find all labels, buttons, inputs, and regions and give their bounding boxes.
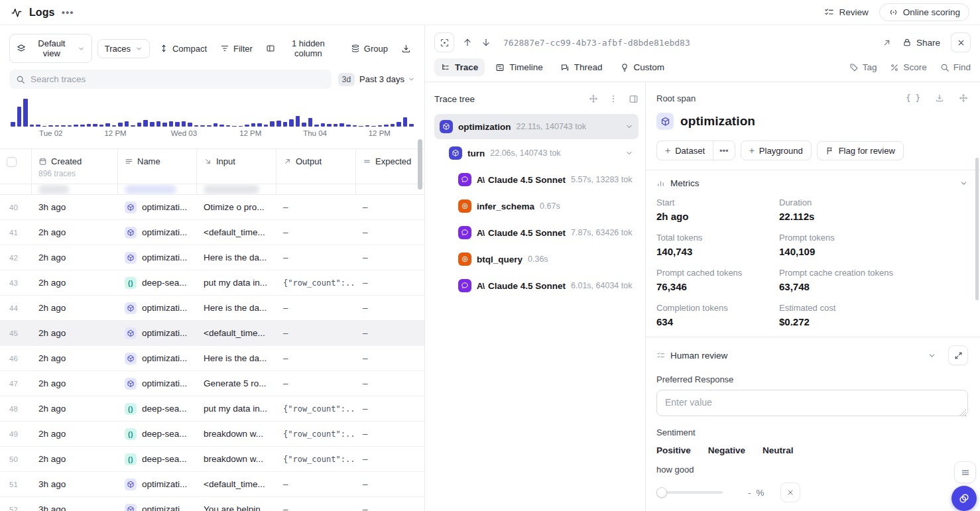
trace-tree-node[interactable]: infer_schema 0.67s [453,194,639,219]
histogram-bar [264,125,269,127]
table-row[interactable]: 42 2h ago optimizati... Here is the da..… [0,245,424,270]
view-selector[interactable]: Default view [9,34,92,63]
code-braces-icon[interactable]: { } [906,93,920,103]
metrics-section-header[interactable]: Metrics [656,178,968,188]
move-icon[interactable] [959,93,968,103]
share-button[interactable]: Share [902,38,940,48]
span-duration-tokens: 6.01s, 64034 tok [571,281,632,290]
chevron-down-icon[interactable] [625,149,633,157]
search-input[interactable] [31,74,325,84]
histogram-bar [384,125,389,127]
select-all-checkbox[interactable] [7,157,17,167]
trace-tree-node[interactable]: optimization 22.11s, 140743 tok [434,114,639,139]
sentiment-option[interactable]: Positive [656,445,691,455]
traces-selector[interactable]: Traces [97,39,150,58]
table-row[interactable]: 43 2h ago () deep-sea... put my data in.… [0,270,424,296]
sentiment-option[interactable]: Negative [708,445,745,455]
chevron-down-icon[interactable] [625,123,633,131]
previous-trace-button[interactable] [462,37,473,48]
column-header-expected[interactable]: Expected [356,149,424,184]
score-button[interactable]: Score [890,62,926,72]
table-row[interactable]: 48 2h ago () deep-sea... put my data in.… [0,396,424,422]
dataset-more-button[interactable]: ••• [713,141,735,160]
table-row[interactable]: 51 3h ago optimizati... <default_time...… [0,472,424,497]
tab-custom[interactable]: Custom [613,58,672,76]
side-menu-button[interactable] [954,461,976,483]
trace-tree-panel: Trace tree [425,82,645,511]
table-row[interactable]: 45 2h ago optimizati... <default_time...… [0,321,424,346]
histogram-bar [327,124,332,127]
row-number: 48 [0,405,32,413]
column-header-name[interactable]: Name [118,149,197,184]
find-button[interactable]: Find [940,62,971,72]
flag-for-review-button[interactable]: Flag for review [817,141,904,160]
column-header-output[interactable]: Output [276,149,356,184]
human-review-section-header[interactable]: Human review [656,345,968,365]
expected-cell: – [356,303,424,313]
open-in-playground-button[interactable]: + Playground [741,141,812,160]
histogram-bar [302,123,306,127]
review-button[interactable]: Review [824,7,868,17]
download-icon [401,44,411,54]
axis-tick-label: 12 PM [104,129,126,137]
preferred-response-input[interactable] [656,390,968,416]
how-good-slider[interactable] [656,487,723,498]
checklist-icon [824,7,834,17]
table-row[interactable]: 44 2h ago optimizati... Here is the da..… [0,296,424,321]
tree-icon [441,63,450,72]
table-row[interactable]: 47 2h ago optimizati... Generate 5 ro...… [0,371,424,396]
input-cell: breakdown w... [197,454,276,464]
group-button[interactable]: Group [347,40,392,58]
tab-timeline[interactable]: Timeline [489,58,550,76]
online-scoring-button[interactable]: Online scoring [879,3,969,21]
trace-tree-node[interactable]: turn 22.06s, 140743 tok [444,141,639,166]
sentiment-option[interactable]: Neutral [763,445,794,455]
table-row[interactable]: 40 3h ago optimizati... Otimize o pro...… [0,195,424,220]
trace-tree-node[interactable]: A\ Claude 4.5 Sonnet 7.87s, 63426 tok [453,220,639,245]
compact-toggle[interactable]: Compact [155,40,211,58]
table-row[interactable]: 50 2h ago () deep-sea... breakdown w... … [0,447,424,472]
filter-button[interactable]: Filter [216,40,257,58]
focus-span-button[interactable] [434,32,454,52]
table-scrollbar[interactable] [418,139,422,190]
trace-tree-node[interactable]: btql_query 0.36s [453,247,639,272]
tab-trace[interactable]: Trace [434,58,485,76]
page-menu-button[interactable]: ••• [62,7,74,18]
next-trace-button[interactable] [481,37,491,48]
trace-tree-node[interactable]: A\ Claude 4.5 Sonnet 6.01s, 64034 tok [453,273,639,298]
created-cell: 2h ago [32,404,118,414]
slider-thumb[interactable] [656,487,667,498]
download-icon[interactable] [935,93,944,103]
llm-chat-icon [458,226,471,239]
hidden-columns-button[interactable]: 1 hidden column [262,34,341,62]
name-cell: () deep-sea... [118,428,197,440]
row-number: 44 [0,304,32,312]
expand-review-button[interactable] [948,345,968,365]
clear-score-button[interactable] [780,483,800,502]
table-row[interactable]: 52 3h ago optimizati... You are helpin..… [0,497,424,511]
name-cell: optimizati... [118,353,197,365]
close-panel-button[interactable] [951,32,971,52]
table-row[interactable]: 49 2h ago () deep-sea... breakdown w... … [0,422,424,447]
tag-button[interactable]: Tag [849,62,877,72]
add-to-dataset-button[interactable]: + Dataset [656,141,713,160]
table-row[interactable]: 41 2h ago optimizati... <default_time...… [0,220,424,245]
tab-thread[interactable]: Thread [554,58,609,76]
axis-tick-label: 12 PM [369,129,391,137]
chevron-down-icon[interactable] [959,179,968,188]
chevron-down-icon[interactable] [928,351,936,360]
column-header-input[interactable]: Input [197,149,276,184]
table-row[interactable]: 46 2h ago optimizati... Here is the da..… [0,346,424,371]
move-icon[interactable] [589,94,598,103]
trace-tree-node[interactable]: A\ Claude 4.5 Sonnet 5.57s, 13283 tok [453,167,639,192]
column-header-created[interactable]: Created 896 traces [32,149,118,184]
time-range-selector[interactable]: 3d Past 3 days [338,73,415,86]
export-button[interactable] [397,40,415,58]
kebab-menu-icon[interactable] [609,94,618,103]
detail-scrollbar[interactable] [975,158,979,300]
assistant-fab[interactable] [951,486,977,511]
trace-volume-histogram[interactable]: Tue 0212 PMWed 0312 PMThu 0412 PM [11,98,414,141]
input-cell: put my data in... [197,278,276,288]
open-external-button[interactable] [882,38,892,48]
collapse-panel-icon[interactable] [629,94,639,104]
